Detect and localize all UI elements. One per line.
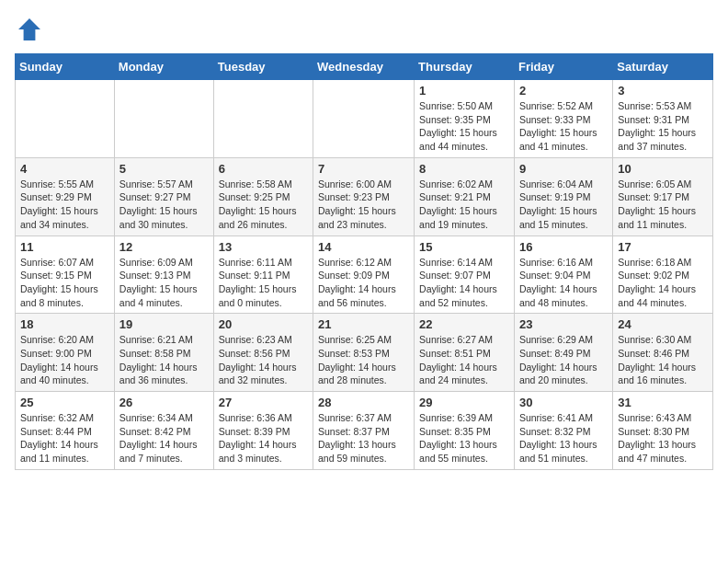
day-number: 31 [618,396,708,409]
calendar-cell: 18Sunrise: 6:20 AMSunset: 9:00 PMDayligh… [16,314,115,392]
day-number: 16 [519,240,608,254]
day-number: 27 [219,396,308,409]
calendar-table: SundayMondayTuesdayWednesdayThursdayFrid… [15,53,713,470]
cell-info: Sunrise: 5:57 AMSunset: 9:27 PMDaylight:… [119,178,209,232]
cell-info: Sunrise: 6:14 AMSunset: 9:07 PMDaylight:… [419,256,509,310]
day-number: 14 [318,240,409,254]
cell-info: Sunrise: 6:41 AMSunset: 8:32 PMDaylight:… [519,411,608,465]
calendar-week-row: 18Sunrise: 6:20 AMSunset: 9:00 PMDayligh… [16,314,713,392]
cell-info: Sunrise: 6:23 AMSunset: 8:56 PMDaylight:… [219,333,308,387]
calendar-cell: 21Sunrise: 6:25 AMSunset: 8:53 PMDayligh… [313,314,415,392]
day-number: 22 [419,317,509,331]
calendar-cell: 5Sunrise: 5:57 AMSunset: 9:27 PMDaylight… [114,157,213,236]
calendar-cell [313,80,415,158]
calendar-cell: 11Sunrise: 6:07 AMSunset: 9:15 PMDayligh… [16,236,115,314]
cell-info: Sunrise: 6:36 AMSunset: 8:39 PMDaylight:… [219,411,308,465]
day-number: 17 [618,240,708,254]
calendar-cell: 17Sunrise: 6:18 AMSunset: 9:02 PMDayligh… [613,236,713,314]
calendar-cell: 15Sunrise: 6:14 AMSunset: 9:07 PMDayligh… [415,236,515,314]
page-header [15,15,713,44]
calendar-cell: 7Sunrise: 6:00 AMSunset: 9:23 PMDaylight… [313,157,415,236]
day-number: 4 [20,162,109,176]
day-number: 20 [219,317,308,331]
cell-info: Sunrise: 6:32 AMSunset: 8:44 PMDaylight:… [20,411,109,465]
calendar-cell: 20Sunrise: 6:23 AMSunset: 8:56 PMDayligh… [213,314,313,392]
calendar-cell: 9Sunrise: 6:04 AMSunset: 9:19 PMDaylight… [514,157,612,236]
day-number: 26 [119,396,209,409]
day-number: 19 [119,317,209,331]
calendar-cell: 8Sunrise: 6:02 AMSunset: 9:21 PMDaylight… [415,157,515,236]
day-number: 1 [419,84,509,98]
calendar-cell [16,80,115,158]
svg-marker-0 [18,18,40,40]
day-number: 29 [419,396,509,409]
cell-info: Sunrise: 6:18 AMSunset: 9:02 PMDaylight:… [618,256,708,310]
calendar-week-row: 4Sunrise: 5:55 AMSunset: 9:29 PMDaylight… [16,157,713,236]
cell-info: Sunrise: 6:39 AMSunset: 8:35 PMDaylight:… [419,411,509,465]
calendar-cell: 13Sunrise: 6:11 AMSunset: 9:11 PMDayligh… [213,236,313,314]
calendar-cell: 31Sunrise: 6:43 AMSunset: 8:30 PMDayligh… [613,392,713,470]
calendar-cell: 2Sunrise: 5:52 AMSunset: 9:33 PMDaylight… [514,80,612,158]
cell-info: Sunrise: 6:21 AMSunset: 8:58 PMDaylight:… [119,333,209,387]
calendar-cell: 30Sunrise: 6:41 AMSunset: 8:32 PMDayligh… [514,392,612,470]
day-number: 7 [318,162,409,176]
calendar-cell: 14Sunrise: 6:12 AMSunset: 9:09 PMDayligh… [313,236,415,314]
logo [15,15,48,44]
cell-info: Sunrise: 6:29 AMSunset: 8:49 PMDaylight:… [519,333,608,387]
cell-info: Sunrise: 6:43 AMSunset: 8:30 PMDaylight:… [618,411,708,465]
day-number: 9 [519,162,608,176]
calendar-cell: 10Sunrise: 6:05 AMSunset: 9:17 PMDayligh… [613,157,713,236]
calendar-cell: 29Sunrise: 6:39 AMSunset: 8:35 PMDayligh… [415,392,515,470]
calendar-cell: 1Sunrise: 5:50 AMSunset: 9:35 PMDaylight… [415,80,515,158]
cell-info: Sunrise: 5:52 AMSunset: 9:33 PMDaylight:… [519,99,608,154]
calendar-cell: 3Sunrise: 5:53 AMSunset: 9:31 PMDaylight… [613,80,713,158]
calendar-cell [213,80,313,158]
calendar-cell: 12Sunrise: 6:09 AMSunset: 9:13 PMDayligh… [114,236,213,314]
calendar-week-row: 11Sunrise: 6:07 AMSunset: 9:15 PMDayligh… [16,236,713,314]
calendar-cell: 27Sunrise: 6:36 AMSunset: 8:39 PMDayligh… [213,392,313,470]
cell-info: Sunrise: 6:07 AMSunset: 9:15 PMDaylight:… [20,256,109,310]
day-number: 25 [20,396,109,409]
cell-info: Sunrise: 5:55 AMSunset: 9:29 PMDaylight:… [20,178,109,232]
day-number: 13 [219,240,308,254]
calendar-cell: 24Sunrise: 6:30 AMSunset: 8:46 PMDayligh… [613,314,713,392]
calendar-cell: 22Sunrise: 6:27 AMSunset: 8:51 PMDayligh… [415,314,515,392]
weekday-header-tuesday: Tuesday [213,54,313,80]
cell-info: Sunrise: 6:30 AMSunset: 8:46 PMDaylight:… [618,333,708,387]
cell-info: Sunrise: 6:20 AMSunset: 9:00 PMDaylight:… [20,333,109,387]
weekday-header-monday: Monday [114,54,213,80]
day-number: 12 [119,240,209,254]
logo-icon [15,15,44,44]
cell-info: Sunrise: 6:25 AMSunset: 8:53 PMDaylight:… [318,333,409,387]
calendar-week-row: 25Sunrise: 6:32 AMSunset: 8:44 PMDayligh… [16,392,713,470]
cell-info: Sunrise: 6:05 AMSunset: 9:17 PMDaylight:… [618,178,708,232]
cell-info: Sunrise: 6:02 AMSunset: 9:21 PMDaylight:… [419,178,509,232]
day-number: 24 [618,317,708,331]
day-number: 3 [618,84,708,98]
cell-info: Sunrise: 6:12 AMSunset: 9:09 PMDaylight:… [318,256,409,310]
day-number: 10 [618,162,708,176]
calendar-cell [114,80,213,158]
cell-info: Sunrise: 6:04 AMSunset: 9:19 PMDaylight:… [519,178,608,232]
cell-info: Sunrise: 6:27 AMSunset: 8:51 PMDaylight:… [419,333,509,387]
calendar-cell: 16Sunrise: 6:16 AMSunset: 9:04 PMDayligh… [514,236,612,314]
day-number: 28 [318,396,409,409]
day-number: 18 [20,317,109,331]
day-number: 30 [519,396,608,409]
cell-info: Sunrise: 5:58 AMSunset: 9:25 PMDaylight:… [219,178,308,232]
calendar-cell: 6Sunrise: 5:58 AMSunset: 9:25 PMDaylight… [213,157,313,236]
day-number: 11 [20,240,109,254]
cell-info: Sunrise: 6:11 AMSunset: 9:11 PMDaylight:… [219,256,308,310]
weekday-header-wednesday: Wednesday [313,54,415,80]
calendar-cell: 25Sunrise: 6:32 AMSunset: 8:44 PMDayligh… [16,392,115,470]
calendar-cell: 23Sunrise: 6:29 AMSunset: 8:49 PMDayligh… [514,314,612,392]
weekday-header-saturday: Saturday [613,54,713,80]
weekday-header-friday: Friday [514,54,612,80]
day-number: 6 [219,162,308,176]
day-number: 8 [419,162,509,176]
day-number: 21 [318,317,409,331]
cell-info: Sunrise: 5:53 AMSunset: 9:31 PMDaylight:… [618,99,708,154]
cell-info: Sunrise: 6:37 AMSunset: 8:37 PMDaylight:… [318,411,409,465]
day-number: 23 [519,317,608,331]
day-number: 2 [519,84,608,98]
